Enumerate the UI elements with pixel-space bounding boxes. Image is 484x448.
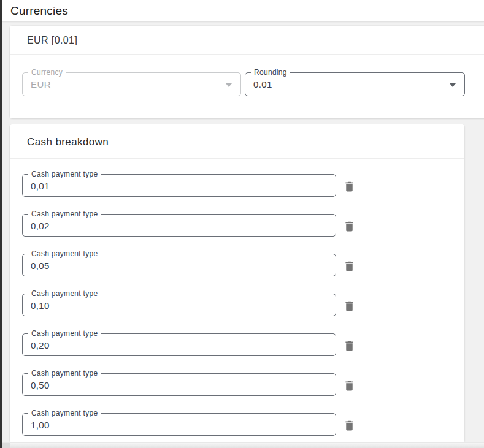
trash-icon — [343, 220, 356, 233]
cash-payment-field[interactable]: Cash payment type — [22, 413, 336, 436]
rounding-select-label: Rounding — [251, 68, 290, 77]
sidebar-edge — [0, 0, 2, 448]
cash-payment-field[interactable]: Cash payment type — [22, 214, 336, 237]
cash-payment-field[interactable]: Cash payment type — [22, 294, 336, 316]
currency-select: Currency EUR — [22, 72, 241, 96]
cash-payment-row: Cash payment type — [22, 333, 464, 356]
currency-fields-row: Currency EUR Rounding 0.01 — [22, 72, 465, 96]
cash-payment-field[interactable]: Cash payment type — [22, 333, 336, 356]
chevron-down-icon — [226, 83, 232, 87]
trash-icon — [343, 300, 356, 313]
rounding-select[interactable]: Rounding 0.01 — [245, 72, 465, 96]
cash-payment-field[interactable]: Cash payment type — [22, 174, 336, 197]
trash-icon — [343, 180, 356, 193]
cash-breakdown-heading: Cash breakdown — [10, 124, 464, 159]
cash-payment-field[interactable]: Cash payment type — [22, 254, 336, 276]
cash-payment-input[interactable] — [23, 294, 336, 316]
trash-icon — [343, 379, 356, 392]
cash-payment-row: Cash payment type — [22, 254, 464, 276]
currency-settings-card: EUR [0.01] Currency EUR Rounding 0.01 — [10, 26, 484, 118]
cash-payment-input[interactable] — [23, 175, 336, 196]
horizontal-scrollbar[interactable] — [2, 442, 484, 448]
cash-payment-input[interactable] — [23, 374, 336, 395]
page-title: Currencies — [10, 0, 68, 21]
trash-icon — [343, 260, 356, 273]
currency-select-label: Currency — [28, 68, 66, 77]
delete-row-button[interactable] — [342, 338, 356, 353]
cash-payment-row: Cash payment type — [22, 174, 464, 197]
cash-payment-row: Cash payment type — [22, 413, 464, 436]
currency-card-heading: EUR [0.01] — [10, 26, 484, 55]
delete-row-button[interactable] — [342, 219, 356, 233]
trash-icon — [343, 419, 356, 432]
cash-payment-input[interactable] — [23, 254, 336, 276]
trash-icon — [343, 340, 356, 352]
cash-payment-row: Cash payment type — [22, 294, 464, 316]
delete-row-button[interactable] — [342, 179, 356, 194]
cash-payment-row: Cash payment type — [22, 214, 464, 237]
cash-payment-field[interactable]: Cash payment type — [22, 373, 336, 396]
cash-breakdown-card: Cash breakdown Cash payment type Cash pa… — [10, 124, 464, 442]
scrollbar-gutter — [2, 443, 10, 448]
delete-row-button[interactable] — [342, 418, 356, 433]
cash-payment-input[interactable] — [23, 414, 336, 435]
page-header: Currencies — [2, 0, 484, 22]
delete-row-button[interactable] — [342, 298, 356, 313]
delete-row-button[interactable] — [342, 259, 356, 273]
cash-rows: Cash payment type Cash payment type Cash… — [10, 159, 464, 436]
delete-row-button[interactable] — [342, 378, 356, 393]
cash-payment-input[interactable] — [23, 334, 336, 355]
chevron-down-icon[interactable] — [450, 83, 456, 87]
cash-payment-input[interactable] — [23, 215, 336, 236]
cash-payment-row: Cash payment type — [22, 373, 464, 396]
